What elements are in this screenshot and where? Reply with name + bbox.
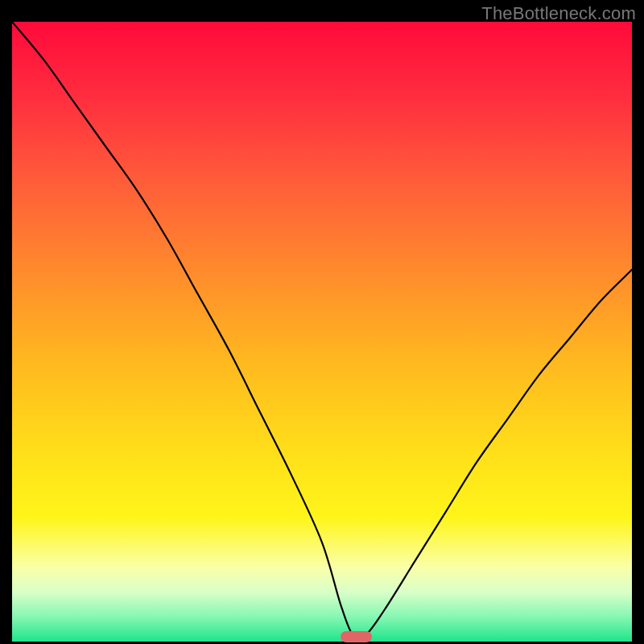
- bottleneck-curve-path: [12, 22, 632, 639]
- chart-svg: [12, 22, 632, 642]
- chart-frame: [12, 22, 632, 642]
- optimal-range-marker: [341, 631, 372, 642]
